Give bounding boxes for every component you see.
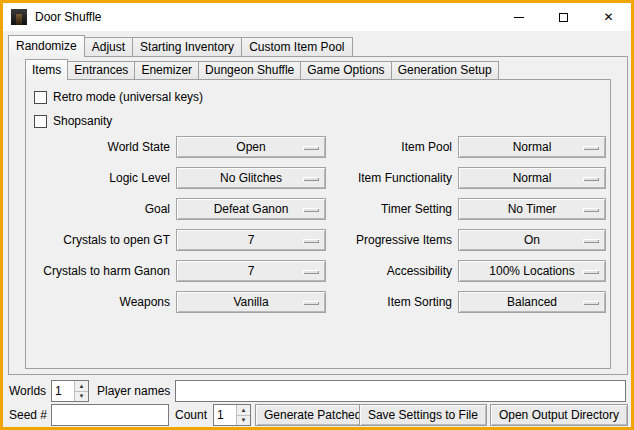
bottom-right-buttons: Save Settings to File Open Output Direct… bbox=[359, 404, 628, 426]
tab-starting-inventory[interactable]: Starting Inventory bbox=[132, 37, 242, 56]
minimize-button[interactable] bbox=[496, 3, 541, 31]
app-window: Door Shuffle ✕ Randomize Adjust Starting… bbox=[0, 0, 634, 430]
close-button[interactable]: ✕ bbox=[586, 3, 631, 31]
crystals-open-gt-dropdown[interactable]: 7 bbox=[176, 229, 326, 251]
tab-dungeon-shuffle[interactable]: Dungeon Shuffle bbox=[198, 61, 301, 79]
dropdown-value: Normal bbox=[513, 171, 552, 185]
tab-randomize[interactable]: Randomize bbox=[8, 35, 85, 57]
item-functionality-dropdown[interactable]: Normal bbox=[458, 167, 606, 189]
worlds-spin-up-icon[interactable]: ▲ bbox=[75, 381, 88, 391]
items-pane: Retro mode (universal keys) Shopsanity W… bbox=[25, 79, 611, 369]
accessibility-label: Accessibility bbox=[330, 260, 452, 282]
item-pool-label: Item Pool bbox=[330, 136, 452, 158]
item-sorting-dropdown[interactable]: Balanced bbox=[458, 291, 606, 313]
dropdown-indicator-icon bbox=[303, 177, 319, 181]
timer-setting-dropdown[interactable]: No Timer bbox=[458, 198, 606, 220]
world-state-dropdown[interactable]: Open bbox=[176, 136, 326, 158]
crystals-harm-ganon-dropdown[interactable]: 7 bbox=[176, 260, 326, 282]
logic-level-dropdown[interactable]: No Glitches bbox=[176, 167, 326, 189]
item-pool-dropdown[interactable]: Normal bbox=[458, 136, 606, 158]
dropdown-value: No Glitches bbox=[220, 171, 282, 185]
dropdown-indicator-icon bbox=[303, 301, 319, 305]
count-input[interactable] bbox=[214, 405, 236, 425]
player-names-label: Player names bbox=[97, 380, 170, 402]
primary-tab-bar: Randomize Adjust Starting Inventory Cust… bbox=[8, 34, 352, 56]
worlds-input[interactable] bbox=[52, 381, 74, 401]
dropdown-indicator-icon bbox=[303, 146, 319, 150]
dropdown-value: Defeat Ganon bbox=[214, 202, 289, 216]
maximize-icon bbox=[559, 13, 568, 22]
dropdown-indicator-icon bbox=[303, 270, 319, 274]
count-spin-down-icon[interactable]: ▼ bbox=[237, 415, 250, 426]
maximize-button[interactable] bbox=[541, 3, 586, 31]
tab-generation-setup[interactable]: Generation Setup bbox=[391, 61, 499, 79]
count-spin-up-icon[interactable]: ▲ bbox=[237, 405, 250, 415]
dropdown-indicator-icon bbox=[583, 270, 599, 274]
progressive-items-dropdown[interactable]: On bbox=[458, 229, 606, 251]
dropdown-value: Balanced bbox=[507, 295, 557, 309]
logic-level-label: Logic Level bbox=[28, 167, 170, 189]
tab-entrances[interactable]: Entrances bbox=[67, 61, 135, 79]
weapons-label: Weapons bbox=[28, 291, 170, 313]
dropdown-indicator-icon bbox=[583, 146, 599, 150]
shopsanity-checkbox[interactable]: Shopsanity bbox=[34, 114, 112, 128]
weapons-dropdown[interactable]: Vanilla bbox=[176, 291, 326, 313]
app-icon[interactable] bbox=[11, 9, 27, 25]
dropdown-value: 100% Locations bbox=[489, 264, 574, 278]
retro-mode-label: Retro mode (universal keys) bbox=[53, 90, 203, 104]
worlds-label: Worlds bbox=[9, 380, 46, 402]
tab-enemizer[interactable]: Enemizer bbox=[134, 61, 199, 79]
tab-items[interactable]: Items bbox=[25, 59, 68, 80]
dropdown-indicator-icon bbox=[583, 239, 599, 243]
open-output-directory-button[interactable]: Open Output Directory bbox=[490, 404, 628, 426]
shopsanity-label: Shopsanity bbox=[53, 114, 112, 128]
goal-label: Goal bbox=[28, 198, 170, 220]
world-state-label: World State bbox=[28, 136, 170, 158]
progressive-items-label: Progressive Items bbox=[330, 229, 452, 251]
worlds-spin-down-icon[interactable]: ▼ bbox=[75, 391, 88, 402]
retro-mode-checkbox[interactable]: Retro mode (universal keys) bbox=[34, 90, 203, 104]
tab-custom-item-pool[interactable]: Custom Item Pool bbox=[241, 37, 352, 56]
count-stepper[interactable]: ▲ ▼ bbox=[213, 404, 251, 426]
goal-dropdown[interactable]: Defeat Ganon bbox=[176, 198, 326, 220]
accessibility-dropdown[interactable]: 100% Locations bbox=[458, 260, 606, 282]
dropdown-value: Open bbox=[236, 140, 265, 154]
close-icon: ✕ bbox=[603, 11, 613, 23]
dropdown-value: On bbox=[524, 233, 540, 247]
crystals-open-gt-label: Crystals to open GT bbox=[28, 229, 170, 251]
secondary-tab-bar: Items Entrances Enemizer Dungeon Shuffle… bbox=[25, 58, 498, 79]
checkbox-box-icon bbox=[34, 115, 47, 128]
window-controls: ✕ bbox=[496, 3, 631, 31]
dropdown-value: Vanilla bbox=[233, 295, 268, 309]
dropdown-value: 7 bbox=[248, 233, 255, 247]
item-sorting-label: Item Sorting bbox=[330, 291, 452, 313]
crystals-harm-ganon-label: Crystals to harm Ganon bbox=[28, 260, 170, 282]
minimize-icon bbox=[514, 17, 524, 18]
titlebar: Door Shuffle ✕ bbox=[3, 3, 631, 31]
window-title: Door Shuffle bbox=[35, 10, 102, 24]
dropdown-indicator-icon bbox=[583, 177, 599, 181]
dropdown-indicator-icon bbox=[583, 301, 599, 305]
count-label: Count bbox=[175, 404, 207, 426]
save-settings-button[interactable]: Save Settings to File bbox=[359, 404, 487, 426]
timer-setting-label: Timer Setting bbox=[330, 198, 452, 220]
player-names-input[interactable] bbox=[175, 380, 626, 402]
dropdown-indicator-icon bbox=[303, 208, 319, 212]
dropdown-indicator-icon bbox=[583, 208, 599, 212]
dropdown-indicator-icon bbox=[303, 239, 319, 243]
dropdown-value: No Timer bbox=[508, 202, 557, 216]
dropdown-value: Normal bbox=[513, 140, 552, 154]
seed-input[interactable] bbox=[51, 404, 169, 426]
tab-adjust[interactable]: Adjust bbox=[84, 37, 133, 56]
seed-label: Seed # bbox=[9, 404, 47, 426]
tab-game-options[interactable]: Game Options bbox=[300, 61, 391, 79]
item-functionality-label: Item Functionality bbox=[330, 167, 452, 189]
worlds-stepper[interactable]: ▲ ▼ bbox=[51, 380, 89, 402]
checkbox-box-icon bbox=[34, 91, 47, 104]
dropdown-value: 7 bbox=[248, 264, 255, 278]
